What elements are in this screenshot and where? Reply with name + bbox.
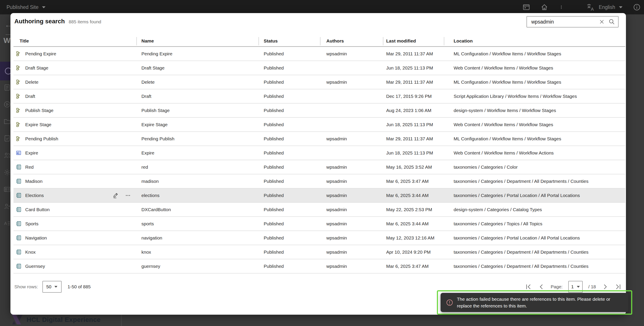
column-header-modified[interactable]: Last modified — [386, 38, 454, 44]
cell-last-modified: Apr 10, 2024 9:20 PM — [386, 250, 454, 255]
back-arrow-icon[interactable]: ← — [5, 21, 10, 29]
cell-last-modified: Jun 18, 2025 11:13 PM — [386, 150, 454, 155]
search-box — [526, 16, 618, 28]
overflow-menu-icon[interactable] — [125, 193, 131, 198]
column-header-title[interactable]: Title — [14, 38, 142, 44]
cell-status: Published — [264, 80, 326, 85]
workflow-stage-icon — [16, 108, 21, 113]
cell-authors: wpsadmin — [326, 250, 386, 255]
cell-status: Published — [264, 165, 326, 170]
table-row[interactable]: Navigation navigation Published wpsadmin… — [14, 231, 625, 245]
cell-location: taxonomies / Categories / Topics / All T… — [454, 221, 625, 226]
svg-text:A: A — [4, 221, 7, 226]
category-icon — [16, 263, 21, 269]
cell-status: Published — [264, 264, 326, 269]
cell-status: Published — [264, 122, 326, 127]
cell-location: taxonomies / Categories / Department / A… — [454, 179, 625, 184]
folder-icon[interactable] — [4, 118, 10, 125]
overflow-menu-icon[interactable] — [559, 4, 564, 11]
cell-title: Pending Publish — [14, 136, 142, 141]
first-page-button[interactable] — [524, 283, 532, 290]
table-row[interactable]: Expire Expire Published Jun 18, 2025 11:… — [14, 146, 625, 160]
language-selector[interactable]: A English — [586, 0, 622, 14]
cell-last-modified: Dec 17, 2015 9:26 PM — [386, 94, 454, 99]
users-icon[interactable] — [4, 152, 10, 159]
cell-last-modified: Mar 6, 2025 3:44 AM — [386, 221, 454, 226]
column-header-status[interactable]: Status — [264, 38, 326, 44]
column-divider — [136, 37, 137, 45]
info-icon[interactable] — [633, 4, 640, 11]
approval-icon[interactable] — [4, 135, 10, 142]
cell-location: taxonomies / Categories / Color — [454, 165, 625, 170]
cell-authors: wpsadmin — [326, 207, 386, 212]
site-selector[interactable]: Published Site — [6, 0, 46, 14]
cell-last-modified: May 16, 2025 3:52 AM — [386, 165, 454, 170]
workflow-stage-icon — [16, 51, 21, 56]
clear-icon[interactable] — [599, 19, 604, 25]
cell-title: Guernsey — [14, 263, 142, 269]
cell-name: red — [142, 165, 264, 170]
row-actions — [112, 192, 131, 199]
table-row[interactable]: Card Button DXCardButton Published wpsad… — [14, 203, 625, 217]
cell-location: taxonomies / Categories / Department / A… — [454, 250, 625, 255]
chevron-down-icon — [577, 286, 580, 288]
console-panel-icon[interactable] — [522, 4, 530, 11]
workflow-stage-icon — [16, 93, 21, 99]
cell-status: Published — [264, 150, 326, 155]
table-row[interactable]: Expire Stage Expire Stage Published Jun … — [14, 118, 625, 132]
cell-authors: wpsadmin — [326, 193, 386, 198]
cell-title: Draft Stage — [14, 65, 142, 71]
content-icon[interactable] — [4, 84, 10, 91]
cell-location: taxonomies / Categories / Portal Locatio… — [454, 235, 625, 241]
cell-name: knox — [142, 250, 264, 255]
cell-status: Published — [264, 179, 326, 184]
cell-title: Publish Stage — [14, 108, 142, 113]
column-header-name[interactable]: Name — [142, 38, 264, 44]
cell-last-modified: Mar 6, 2025 3:44 AM — [386, 193, 454, 198]
card-icon[interactable] — [4, 186, 10, 193]
search-input[interactable] — [527, 19, 599, 25]
home-icon[interactable] — [541, 4, 548, 11]
workflow-stage-icon — [16, 122, 21, 127]
last-page-button[interactable] — [615, 283, 622, 290]
cell-location: Web Content / Workflow Items / Workflow … — [454, 122, 625, 127]
chevron-down-icon — [54, 286, 58, 288]
edit-icon[interactable] — [112, 192, 119, 199]
localization-icon[interactable]: A — [4, 220, 10, 227]
category-icon — [16, 179, 21, 184]
table-row[interactable]: Draft Draft Published Dec 17, 2015 9:26 … — [14, 89, 625, 103]
cell-status: Published — [264, 221, 326, 226]
table-row[interactable]: Publish Stage Publish Stage Published Au… — [14, 103, 625, 118]
workflow-stage-icon — [16, 65, 21, 71]
rows-per-page-select[interactable]: 50 — [42, 281, 62, 293]
column-header-authors[interactable]: Authors — [326, 38, 386, 44]
table-row[interactable]: Pending Expire Pending Expire Published … — [14, 47, 625, 61]
table-row[interactable]: Draft Stage Draft Stage Published Jun 18… — [14, 61, 625, 75]
previous-page-button[interactable] — [538, 283, 545, 290]
sidebar-item-selected[interactable] — [0, 62, 10, 80]
cell-title: Expire Stage — [14, 122, 142, 127]
table-row[interactable]: Knox knox Published wpsadmin Apr 10, 202… — [14, 245, 625, 259]
table-row[interactable]: Red red Published wpsadmin May 16, 2025 … — [14, 160, 625, 174]
table-row[interactable]: Elections elections Published wpsadmin M… — [14, 189, 625, 203]
translate-icon: A — [586, 3, 595, 11]
cell-name: DXCardButton — [142, 207, 264, 212]
media-icon[interactable] — [4, 101, 10, 108]
table-row[interactable]: Madison madison Published wpsadmin Mar 6… — [14, 174, 625, 189]
chevron-down-icon — [42, 6, 46, 8]
roles-icon[interactable] — [4, 203, 10, 210]
cell-last-modified: Jun 18, 2025 11:13 PM — [386, 122, 454, 127]
table-row[interactable]: Sports sports Published wpsadmin Mar 6, … — [14, 217, 625, 231]
cell-authors: wpsadmin — [326, 80, 386, 85]
search-icon[interactable] — [608, 19, 615, 25]
cell-title: Knox — [14, 249, 142, 255]
column-header-location[interactable]: Location — [454, 38, 625, 44]
table-row[interactable]: Guernsey guernsey Published wpsadmin Mar… — [14, 259, 625, 273]
settings-icon[interactable] — [4, 169, 10, 176]
table-row[interactable]: Pending Publish Pending Publish Publishe… — [14, 132, 625, 146]
workflow-stage-icon — [16, 136, 21, 141]
table-row[interactable]: Delete Delete Published wpsadmin Mar 29,… — [14, 75, 625, 89]
next-page-button[interactable] — [602, 283, 609, 290]
hcl-logo — [11, 313, 24, 325]
cell-name: Expire Stage — [142, 122, 264, 127]
